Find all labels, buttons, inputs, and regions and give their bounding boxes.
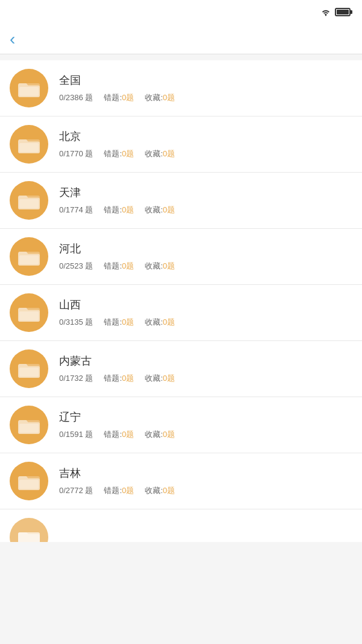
back-button[interactable]: ‹: [10, 31, 15, 48]
item-info: 内蒙古 0/1732 题 错题:0题 收藏:0题: [59, 354, 352, 384]
item-title: 北京: [59, 129, 352, 144]
folder-icon: [10, 181, 48, 220]
svg-point-0: [325, 14, 326, 16]
stat-progress: 0/2772 题: [59, 485, 93, 496]
stat-favorites: 收藏:0题: [145, 261, 175, 272]
status-right-icons: [320, 8, 352, 16]
item-title: 山西: [59, 298, 352, 312]
folder-icon: [10, 237, 48, 276]
list-item[interactable]: 河北 0/2523 题 错题:0题 收藏:0题: [0, 229, 362, 285]
list-item[interactable]: 全国 0/2386 题 错题:0题 收藏:0题: [0, 60, 362, 116]
stat-favorites: 收藏:0题: [145, 317, 175, 328]
folder-svg: [18, 79, 40, 97]
stat-errors: 错题:0题: [104, 261, 134, 272]
item-info: 河北 0/2523 题 错题:0题 收藏:0题: [59, 241, 352, 272]
folder-svg: [18, 472, 40, 490]
list-item[interactable]: 天津 0/1774 题 错题:0题 收藏:0题: [0, 173, 362, 229]
stat-favorites: 收藏:0题: [145, 92, 175, 103]
svg-rect-12: [19, 368, 39, 377]
folder-svg: [18, 360, 40, 378]
item-stats: 0/2386 题 错题:0题 收藏:0题: [59, 92, 352, 103]
list-item[interactable]: 吉林 0/2772 题 错题:0题 收藏:0题: [0, 453, 362, 509]
back-chevron-icon: ‹: [10, 31, 15, 48]
stat-favorites: 收藏:0题: [145, 485, 175, 496]
stat-favorites: 收藏:0题: [145, 429, 175, 440]
stat-errors: 错题:0题: [104, 205, 134, 215]
item-info: 全国 0/2386 题 错题:0题 收藏:0题: [59, 73, 352, 103]
folder-icon: [10, 349, 48, 388]
list-item[interactable]: 山西 0/3135 题 错题:0题 收藏:0题: [0, 285, 362, 341]
folder-icon: [10, 125, 48, 164]
item-info: 辽宁 0/1591 题 错题:0题 收藏:0题: [59, 410, 352, 440]
list-item-partial: [0, 509, 362, 542]
svg-rect-2: [19, 87, 39, 96]
category-list: 全国 0/2386 题 错题:0题 收藏:0题 北京 0/1770 题 错题:0…: [0, 60, 362, 509]
item-stats: 0/3135 题 错题:0题 收藏:0题: [59, 317, 352, 328]
list-item[interactable]: 内蒙古 0/1732 题 错题:0题 收藏:0题: [0, 341, 362, 397]
svg-rect-14: [19, 424, 39, 433]
list-item[interactable]: 辽宁 0/1591 题 错题:0题 收藏:0题: [0, 397, 362, 453]
stat-progress: 0/3135 题: [59, 317, 93, 328]
folder-svg: [18, 247, 40, 266]
list-item[interactable]: 北京 0/1770 题 错题:0题 收藏:0题: [0, 116, 362, 173]
stat-errors: 错题:0题: [104, 317, 134, 328]
stat-progress: 0/1770 题: [59, 148, 93, 159]
item-stats: 0/1732 题 错题:0题 收藏:0题: [59, 373, 352, 384]
battery-icon: [335, 8, 351, 16]
navigation-bar: ‹: [0, 24, 362, 54]
stat-progress: 0/1732 题: [59, 373, 93, 384]
item-title: 吉林: [59, 466, 352, 480]
status-bar: [0, 0, 362, 24]
svg-rect-16: [19, 480, 39, 489]
item-info: 山西 0/3135 题 错题:0题 收藏:0题: [59, 298, 352, 328]
folder-svg: [18, 304, 40, 322]
battery-indicator: [335, 8, 352, 16]
folder-icon: [10, 462, 48, 500]
svg-rect-8: [19, 255, 39, 264]
item-stats: 0/2523 题 错题:0题 收藏:0题: [59, 261, 352, 272]
folder-svg: [18, 135, 40, 153]
folder-icon-partial: [10, 518, 48, 542]
svg-rect-6: [19, 199, 39, 208]
stat-errors: 错题:0题: [104, 485, 134, 496]
wifi-icon: [320, 8, 331, 16]
stat-errors: 错题:0题: [104, 429, 134, 440]
item-info: 天津 0/1774 题 错题:0题 收藏:0题: [59, 185, 352, 215]
item-title: 河北: [59, 241, 352, 256]
stat-progress: 0/1591 题: [59, 429, 93, 440]
item-title: 天津: [59, 185, 352, 200]
item-stats: 0/1591 题 错题:0题 收藏:0题: [59, 429, 352, 440]
stat-progress: 0/2386 题: [59, 92, 93, 103]
stat-favorites: 收藏:0题: [145, 205, 175, 215]
item-stats: 0/1774 题 错题:0题 收藏:0题: [59, 205, 352, 215]
item-info: 北京 0/1770 题 错题:0题 收藏:0题: [59, 129, 352, 159]
stat-favorites: 收藏:0题: [145, 373, 175, 384]
svg-rect-4: [19, 143, 39, 152]
item-info: 吉林 0/2772 题 错题:0题 收藏:0题: [59, 466, 352, 496]
stat-errors: 错题:0题: [104, 148, 134, 159]
folder-svg: [18, 416, 40, 434]
stat-errors: 错题:0题: [104, 92, 134, 103]
stat-progress: 0/2523 题: [59, 261, 93, 272]
svg-rect-10: [19, 311, 39, 320]
stat-favorites: 收藏:0题: [145, 148, 175, 159]
item-title: 辽宁: [59, 410, 352, 424]
folder-svg: [18, 191, 40, 209]
item-stats: 0/2772 题 错题:0题 收藏:0题: [59, 485, 352, 496]
stat-errors: 错题:0题: [104, 373, 134, 384]
folder-icon: [10, 406, 48, 444]
item-title: 内蒙古: [59, 354, 352, 368]
stat-progress: 0/1774 题: [59, 205, 93, 215]
folder-icon: [10, 293, 48, 332]
item-stats: 0/1770 题 错题:0题 收藏:0题: [59, 148, 352, 159]
folder-icon: [10, 69, 48, 107]
item-title: 全国: [59, 73, 352, 88]
